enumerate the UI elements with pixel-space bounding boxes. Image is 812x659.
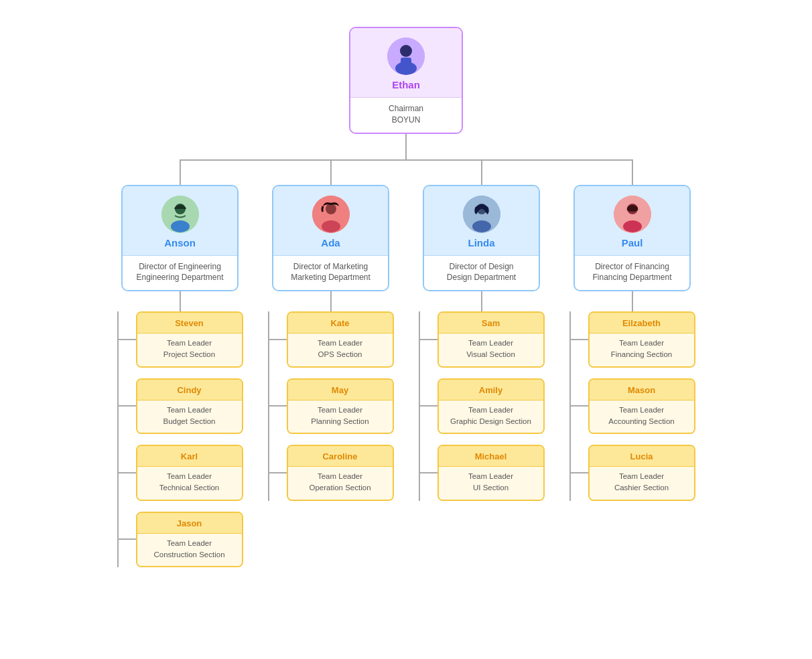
anson-top-col: Anson Director of Engineering Engineerin… [105,159,255,292]
anson-leaders-col: Steven Team Leader Project Section [105,291,255,567]
leader-card-karl[interactable]: Karl Team Leader Technical Section [136,445,243,501]
eilzabeth-header: Eilzabeth [590,313,694,334]
caroline-name: Caroline [322,451,357,461]
eilzabeth-h-stub [571,339,588,340]
cindy-name: Cindy [177,385,201,395]
amily-header: Amily [439,380,543,400]
anson-leaders-section: Steven Team Leader Project Section [117,311,243,567]
sam-header: Sam [439,313,543,334]
sam-section: Visual Section [444,349,538,360]
linda-to-leaders-v [481,291,482,311]
leader-card-caroline[interactable]: Caroline Team Leader Operation Section [287,445,394,501]
sam-body: Team Leader Visual Section [439,334,543,366]
may-role: Team Leader [293,405,387,416]
leader-item-caroline: Caroline Team Leader Operation Section [269,445,394,501]
kate-name: Kate [330,318,349,328]
sam-name: Sam [482,318,500,328]
michael-body: Team Leader UI Section [439,467,543,500]
svg-point-1 [400,45,412,57]
linda-dept: Design Department [431,272,532,283]
leader-card-jason[interactable]: Jason Team Leader Construction Section [136,512,243,568]
amily-section: Graphic Design Section [444,416,538,427]
paul-leaders-stack: Eilzabeth Team Leader Financing Section [571,311,695,501]
karl-header: Karl [137,446,242,467]
jason-header: Jason [137,513,242,534]
anson-v-line-up [180,159,181,185]
leader-card-mason[interactable]: Mason Team Leader Accounting Section [588,378,695,435]
director-card-anson[interactable]: Anson Director of Engineering Engineerin… [121,185,239,292]
paul-v-line-up [632,159,633,185]
leader-item-karl: Karl Team Leader Technical Section [119,445,243,501]
ada-top-col: Ada Director of Marketing Marketing Depa… [255,159,406,292]
ada-to-leaders-v [330,291,332,311]
lucia-h-stub [571,472,588,473]
steven-section: Project Section [143,349,236,360]
lucia-role: Team Leader [595,471,689,482]
caroline-role: Team Leader [293,471,387,482]
leader-item-eilzabeth: Eilzabeth Team Leader Financing Section [571,311,695,368]
paul-leaders-col: Eilzabeth Team Leader Financing Section [557,291,707,501]
leader-card-steven[interactable]: Steven Team Leader Project Section [136,311,243,368]
leader-item-lucia: Lucia Team Leader Cashier Section [571,445,695,501]
paul-name: Paul [622,237,643,248]
kate-header: Kate [288,313,393,334]
paul-card-top: Paul [575,186,689,255]
leader-card-lucia[interactable]: Lucia Team Leader Cashier Section [588,445,695,501]
linda-leaders-section: Sam Team Leader Visual Section [419,311,545,501]
caroline-header: Caroline [288,446,393,467]
chairman-avatar [387,38,425,75]
leader-card-sam[interactable]: Sam Team Leader Visual Section [437,311,545,368]
leader-card-may[interactable]: May Team Leader Planning Section [287,378,394,435]
directors-vert-lines: Anson Director of Engineering Engineerin… [105,159,707,292]
anson-title: Director of Engineering [129,261,230,273]
caroline-body: Team Leader Operation Section [288,467,393,500]
leader-item-kate: Kate Team Leader OPS Section [269,311,394,368]
chairman-card-top: Ethan [350,28,462,97]
leader-card-eilzabeth[interactable]: Eilzabeth Team Leader Financing Section [588,311,695,368]
chairman-level: Ethan Chairman BOYUN [349,27,463,159]
linda-leaders-col: Sam Team Leader Visual Section [406,291,557,501]
ada-card-top: Ada [273,186,388,255]
leader-card-michael[interactable]: Michael Team Leader UI Section [437,445,545,501]
sam-role: Team Leader [444,338,538,349]
ada-name: Ada [321,237,340,248]
jason-role: Team Leader [143,538,236,549]
anson-dept: Engineering Department [129,272,230,283]
chairman-card[interactable]: Ethan Chairman BOYUN [349,27,463,134]
may-header: May [288,380,393,400]
anson-card-bottom: Director of Engineering Engineering Depa… [123,255,237,291]
steven-h-stub [119,339,136,340]
paul-title: Director of Financing [582,261,683,273]
michael-role: Team Leader [444,471,538,482]
linda-card-top: Linda [424,186,539,255]
amily-h-stub [420,405,437,407]
director-card-linda[interactable]: Linda Director of Design Design Departme… [423,185,540,292]
eilzabeth-name: Eilzabeth [622,318,661,328]
steven-body: Team Leader Project Section [137,334,242,366]
mason-section: Accounting Section [595,416,689,427]
caroline-section: Operation Section [293,482,387,494]
leader-card-amily[interactable]: Amily Team Leader Graphic Design Section [437,378,545,435]
mason-name: Mason [628,385,655,395]
karl-body: Team Leader Technical Section [137,467,242,500]
anson-card-top: Anson [123,186,237,255]
amily-name: Amily [479,385,502,395]
may-name: May [332,385,348,395]
leader-card-kate[interactable]: Kate Team Leader OPS Section [287,311,394,368]
director-card-ada[interactable]: Ada Director of Marketing Marketing Depa… [272,185,389,292]
director-card-paul[interactable]: Paul Director of Financing Financing Dep… [573,185,691,292]
kate-h-stub [269,339,287,340]
ada-leaders-section: Kate Team Leader OPS Section M [268,311,394,501]
anson-leaders-stack: Steven Team Leader Project Section [119,311,243,567]
paul-to-leaders-v [632,291,633,311]
linda-title: Director of Design [431,261,532,273]
mason-body: Team Leader Accounting Section [590,400,694,433]
leader-card-cindy[interactable]: Cindy Team Leader Budget Section [136,378,243,435]
linda-top-col: Linda Director of Design Design Departme… [406,159,557,292]
paul-avatar [614,196,651,233]
leader-item-jason: Jason Team Leader Construction Section [119,512,243,568]
mason-role: Team Leader [595,405,689,416]
leaders-row: Steven Team Leader Project Section [105,291,707,567]
paul-card-bottom: Director of Financing Financing Departme… [575,255,689,291]
leader-item-amily: Amily Team Leader Graphic Design Section [420,378,545,435]
